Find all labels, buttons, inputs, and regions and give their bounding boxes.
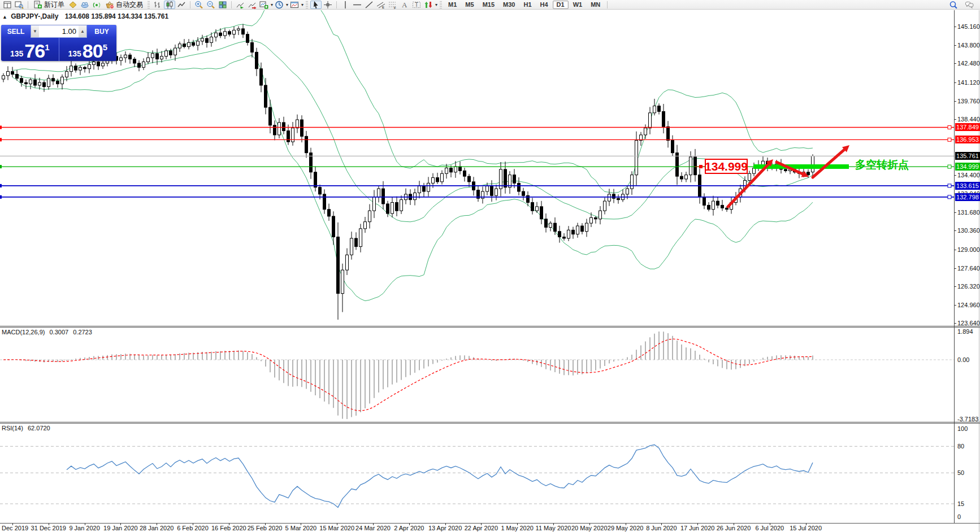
data-window-icon[interactable] — [14, 1, 25, 9]
candle-body — [174, 48, 177, 55]
candle-body — [328, 210, 331, 216]
trend-arrow-3[interactable] — [813, 150, 844, 177]
date-label: 26 Jun 2020 — [717, 525, 751, 531]
candle-body — [251, 42, 254, 52]
volume-decrease-button[interactable]: ▼ — [31, 25, 39, 37]
line-handle[interactable] — [948, 165, 951, 168]
new-chart-dropdown-caret[interactable]: ▾ — [271, 2, 273, 7]
periods-icon[interactable] — [274, 1, 285, 9]
vertical-line-icon[interactable] — [340, 1, 351, 9]
arrows-tool-dropdown-caret[interactable]: ▾ — [435, 2, 437, 7]
volume-stepper: ▼ 1.00 ▲ — [31, 25, 87, 38]
market-watch-icon[interactable] — [2, 1, 13, 9]
volume-increase-button[interactable]: ▲ — [79, 25, 86, 37]
timeframe-button-m15[interactable]: M15 — [479, 1, 498, 9]
candle-body — [138, 63, 141, 67]
cursor-icon[interactable] — [310, 1, 322, 9]
line-handle[interactable] — [0, 125, 2, 129]
trendline-icon[interactable] — [363, 1, 375, 9]
pane-separator-rsi[interactable] — [0, 422, 980, 424]
volume-input[interactable]: 1.00 — [39, 25, 79, 37]
line-handle[interactable] — [948, 184, 951, 187]
zoom-in-icon[interactable] — [193, 1, 205, 9]
community-icon[interactable] — [79, 1, 90, 9]
timeframe-button-m5[interactable]: M5 — [461, 1, 478, 9]
templates-icon[interactable] — [289, 1, 300, 9]
line-handle[interactable] — [0, 184, 2, 187]
toolbar-separator — [607, 1, 608, 8]
chat-icon[interactable] — [964, 1, 975, 9]
chart-plot[interactable] — [0, 0, 980, 532]
date-label: 2 Apr 2020 — [394, 525, 424, 531]
timeframe-button-d1[interactable]: D1 — [553, 1, 569, 9]
timeframe-button-mn[interactable]: MN — [587, 1, 604, 9]
autotrading-icon — [105, 1, 114, 9]
price-tag-136.953: 136.953 — [955, 136, 980, 143]
line-handle[interactable] — [948, 195, 951, 199]
arrows-tool-icon[interactable] — [423, 1, 434, 9]
candle-body — [192, 42, 195, 45]
timeframe-button-m30[interactable]: M30 — [499, 1, 519, 9]
channel-icon[interactable]: E — [375, 1, 387, 9]
price-annotation-box[interactable]: 134.999 — [705, 159, 748, 174]
line-handle[interactable] — [0, 138, 2, 141]
sell-price-display[interactable]: 135 76 1 — [1, 38, 59, 61]
main-chart-pane[interactable] — [0, 0, 954, 320]
timeframe-button-h1[interactable]: H1 — [519, 1, 535, 9]
candle-body — [319, 187, 322, 194]
price-axis-border — [954, 10, 955, 523]
pane-separator-macd[interactable] — [0, 326, 980, 328]
chart-shift-icon[interactable] — [246, 1, 258, 9]
collapse-panel-icon[interactable]: ▲ — [2, 14, 7, 20]
line-handle[interactable] — [0, 195, 2, 199]
line-handle[interactable] — [0, 165, 2, 168]
autotrading-button[interactable]: 自动交易 — [103, 1, 145, 9]
line-handle[interactable] — [948, 138, 951, 141]
timeframe-button-h4[interactable]: H4 — [536, 1, 552, 9]
text-label-icon[interactable]: T — [411, 1, 422, 9]
line-handle[interactable] — [948, 125, 951, 129]
price-tick-mark — [954, 305, 956, 306]
buy-price-display[interactable]: 135 80 5 — [59, 38, 117, 61]
crosshair-icon[interactable] — [322, 1, 333, 9]
sell-button[interactable]: SELL — [1, 25, 31, 38]
bars-chart-icon[interactable] — [152, 1, 163, 9]
zoom-out-icon[interactable] — [205, 1, 216, 9]
horizontal-line-icon[interactable] — [352, 1, 363, 9]
templates-dropdown-caret[interactable]: ▾ — [301, 2, 303, 7]
timeframe-button-m1[interactable]: M1 — [444, 1, 461, 9]
main-toolbar: 新订单自动交易▾▾▾EFAT▾M1M5M15M30H1H4D1W1MN — [0, 0, 980, 10]
new-order-button[interactable]: 新订单 — [31, 1, 67, 9]
line-chart-icon[interactable] — [176, 1, 187, 9]
turning-point-note[interactable]: 多空转折点 — [855, 158, 909, 172]
candle-body — [617, 198, 620, 199]
toolbar-grip[interactable] — [440, 1, 442, 8]
fibonacci-icon[interactable]: F — [387, 1, 398, 9]
new-chart-icon[interactable] — [258, 1, 270, 9]
toolbar-grip[interactable] — [148, 1, 150, 8]
indicators-icon[interactable] — [67, 1, 79, 9]
candle-body — [16, 74, 19, 78]
toolbar-grip[interactable] — [306, 1, 308, 8]
timeframe-button-w1[interactable]: W1 — [569, 1, 587, 9]
search-icon[interactable] — [948, 1, 959, 9]
candle-body — [301, 120, 303, 136]
candle-body — [450, 168, 453, 172]
candle-body — [581, 226, 584, 232]
candle-body — [260, 69, 263, 85]
candle-body — [662, 111, 665, 127]
buy-price-big: 80 — [83, 42, 103, 59]
candle-body — [34, 80, 37, 85]
macd-pane[interactable] — [0, 332, 954, 419]
periods-dropdown-caret[interactable]: ▾ — [286, 2, 288, 7]
price-tick-mark — [954, 230, 956, 231]
text-icon[interactable]: A — [399, 1, 410, 9]
rsi-axis-label: 80 — [957, 443, 964, 450]
tile-windows-icon[interactable] — [217, 1, 228, 9]
rsi-pane[interactable] — [0, 445, 954, 508]
auto-scroll-icon[interactable] — [235, 1, 246, 9]
bollinger-middle-band — [12, 41, 813, 222]
buy-button[interactable]: BUY — [87, 25, 116, 38]
signals-icon[interactable] — [91, 1, 102, 9]
candles-chart-icon[interactable] — [164, 1, 175, 9]
